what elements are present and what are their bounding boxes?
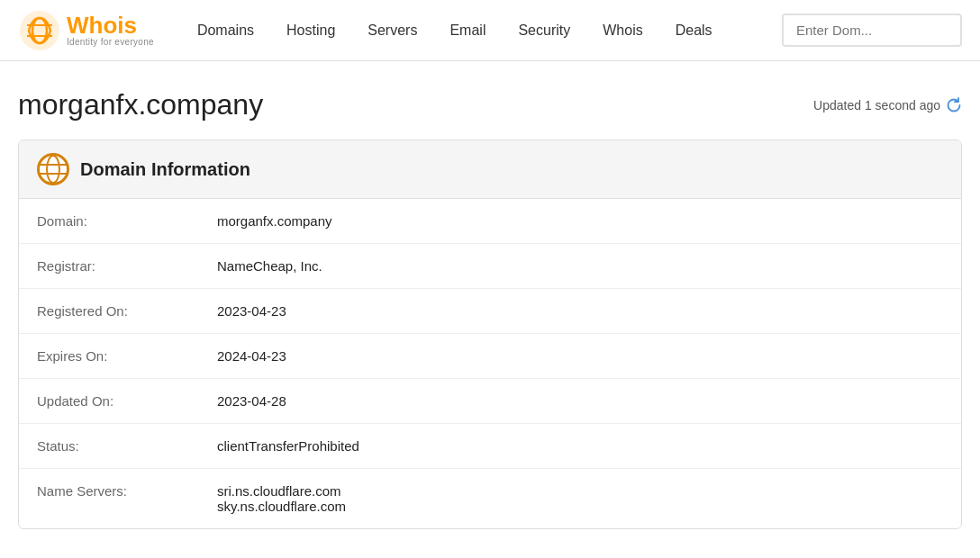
value-updated-on: 2023-04-28 — [199, 379, 961, 424]
label-name-servers: Name Servers: — [19, 469, 199, 529]
value-expires-on: 2024-04-23 — [199, 334, 961, 379]
nav-link-deals[interactable]: Deals — [659, 15, 729, 46]
nav-link-domains[interactable]: Domains — [181, 15, 270, 46]
card-title: Domain Information — [80, 159, 250, 180]
table-row: Expires On: 2024-04-23 — [19, 334, 961, 379]
label-registered-on: Registered On: — [19, 289, 199, 334]
updated-row: Updated 1 second ago — [813, 97, 962, 113]
label-status: Status: — [19, 424, 199, 469]
nav-link-servers[interactable]: Servers — [351, 15, 433, 46]
value-status: clientTransferProhibited — [199, 424, 961, 469]
value-registered-on: 2023-04-23 — [199, 289, 961, 334]
value-domain: morganfx.company — [199, 199, 961, 244]
table-row: Status: clientTransferProhibited — [19, 424, 961, 469]
main-content: morganfx.company Updated 1 second ago Do… — [0, 61, 980, 558]
table-row: Domain: morganfx.company — [19, 199, 961, 244]
www-icon — [37, 153, 69, 185]
value-name-servers: sri.ns.cloudflare.com sky.ns.cloudflare.… — [199, 469, 961, 529]
nav-link-whois[interactable]: Whois — [586, 15, 658, 46]
label-updated-on: Updated On: — [19, 379, 199, 424]
table-row: Name Servers: sri.ns.cloudflare.com sky.… — [19, 469, 961, 529]
domain-info-table: Domain: morganfx.company Registrar: Name… — [19, 199, 961, 528]
navbar: Whois Identity for everyone Domains Host… — [0, 0, 980, 61]
nav-link-hosting[interactable]: Hosting — [270, 15, 351, 46]
refresh-icon[interactable] — [946, 97, 962, 113]
card-header: Domain Information — [19, 140, 961, 199]
domain-info-card: Domain Information Domain: morganfx.comp… — [18, 140, 962, 529]
updated-label: Updated 1 second ago — [813, 98, 940, 112]
logo[interactable]: Whois Identity for everyone — [18, 9, 154, 52]
page-title-row: morganfx.company Updated 1 second ago — [18, 88, 962, 122]
search-input[interactable] — [782, 14, 962, 47]
nav-links: Domains Hosting Servers Email Security W… — [181, 15, 782, 46]
label-expires-on: Expires On: — [19, 334, 199, 379]
nav-link-email[interactable]: Email — [433, 15, 502, 46]
logo-name: Whois — [67, 14, 154, 37]
table-row: Updated On: 2023-04-28 — [19, 379, 961, 424]
table-row: Registered On: 2023-04-23 — [19, 289, 961, 334]
page-title: morganfx.company — [18, 88, 263, 122]
logo-tagline: Identity for everyone — [67, 37, 154, 47]
label-domain: Domain: — [19, 199, 199, 244]
svg-point-0 — [20, 11, 59, 50]
nav-link-security[interactable]: Security — [502, 15, 586, 46]
label-registrar: Registrar: — [19, 244, 199, 289]
table-row: Registrar: NameCheap, Inc. — [19, 244, 961, 289]
value-registrar: NameCheap, Inc. — [199, 244, 961, 289]
